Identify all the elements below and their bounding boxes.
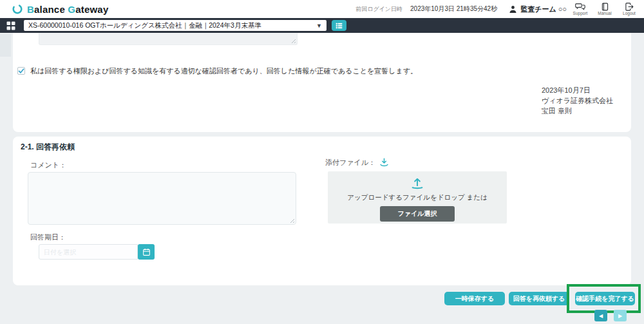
manual-button[interactable]: Manual — [594, 3, 616, 16]
file-dropzone[interactable]: アップロードするファイルをドロップ または ファイル選択 — [328, 171, 507, 224]
manual-book-icon — [601, 3, 609, 11]
attachment-label: 添付ファイル： — [325, 158, 375, 167]
manual-label: Manual — [598, 12, 611, 16]
attachment-label-row: 添付ファイル： — [325, 157, 390, 167]
left-gutter-strip — [0, 34, 11, 57]
annotation-highlight-box: 確認手続を完了する — [567, 284, 641, 313]
list-button[interactable] — [332, 20, 346, 31]
save-draft-button[interactable]: 一時保存する — [444, 292, 505, 305]
arrow-right-icon: ▶ — [618, 313, 622, 319]
next-page-button[interactable]: ▶ — [614, 310, 627, 321]
download-icon[interactable] — [379, 157, 390, 167]
apps-grid-icon[interactable] — [6, 21, 15, 30]
prev-page-button[interactable]: ◀ — [594, 310, 607, 321]
section-title: 2-1. 回答再依頼 — [21, 142, 75, 153]
checkmark-icon — [18, 68, 24, 74]
deadline-label: 回答期日： — [30, 233, 66, 242]
list-icon — [335, 22, 343, 30]
user-chip: 監査チーム ○○ — [509, 5, 567, 14]
user-name: 監査チーム ○○ — [520, 5, 567, 14]
rerequest-answer-button[interactable]: 回答を再依頼する — [509, 292, 569, 305]
page: Balance Gateway 前回ログイン日時 2023年10月3日 21時3… — [0, 0, 644, 324]
arrow-left-icon: ◀ — [599, 313, 603, 319]
engagement-selector[interactable]: XS-60000010-016 OGTホールディングス株式会社｜金融｜2024年… — [24, 20, 327, 31]
last-login-label: 前回ログイン日時 — [355, 5, 402, 14]
deadline-input[interactable] — [39, 244, 138, 260]
calendar-button[interactable] — [138, 244, 155, 260]
logout-button[interactable]: Logout — [618, 3, 640, 16]
logout-door-icon — [625, 3, 634, 11]
rerequest-card: 2-1. 回答再依頼 コメント： 回答期日： 添付ファイル： アップロードするフ… — [13, 137, 631, 285]
dropzone-text: アップロードするファイルをドロップ または — [347, 193, 488, 202]
upload-icon — [410, 176, 424, 190]
last-login-value: 2023年10月3日 21時35分42秒 — [410, 5, 497, 14]
complete-confirmation-button[interactable]: 確認手続を完了する — [575, 292, 635, 305]
support-chat-icon — [575, 3, 585, 11]
selector-bar: XS-60000010-016 OGTホールディングス株式会社｜金融｜2024年… — [0, 18, 644, 33]
file-select-button[interactable]: ファイル選択 — [380, 206, 455, 222]
resize-grip-icon[interactable] — [289, 217, 294, 223]
engagement-selector-value: XS-60000010-016 OGTホールディングス株式会社｜金融｜2024年… — [28, 21, 314, 30]
previous-answer-textarea[interactable] — [39, 33, 298, 45]
declaration-card: 私は回答する権限および回答する知識を有する適切な確認回答者であり、回答した情報が… — [13, 33, 631, 132]
comment-textarea[interactable] — [28, 172, 296, 225]
chevron-down-icon: ▼ — [316, 23, 322, 29]
signature-date: 2023年10月7日 — [542, 85, 613, 95]
support-button[interactable]: Support — [569, 3, 591, 16]
signature-company: ヴィオラ証券株式会社 — [542, 95, 613, 106]
resize-grip-icon[interactable] — [290, 37, 296, 43]
brand-title: Balance Gateway — [27, 4, 108, 15]
signature-block: 2023年10月7日 ヴィオラ証券株式会社 宝田 章則 — [542, 85, 613, 116]
signature-person: 宝田 章則 — [542, 106, 613, 116]
app-header: Balance Gateway 前回ログイン日時 2023年10月3日 21時3… — [0, 0, 644, 18]
declaration-checkbox[interactable] — [17, 67, 25, 75]
user-icon — [509, 5, 517, 14]
comment-label: コメント： — [30, 160, 66, 170]
header-right: 前回ログイン日時 2023年10月3日 21時35分42秒 監査チーム ○○ S… — [355, 0, 640, 18]
declaration-text: 私は回答する権限および回答する知識を有する適切な確認回答者であり、回答した情報が… — [30, 67, 417, 75]
calendar-icon — [142, 248, 151, 256]
brand: Balance Gateway — [12, 3, 108, 15]
declaration-row: 私は回答する権限および回答する知識を有する適切な確認回答者であり、回答した情報が… — [17, 67, 417, 75]
logout-label: Logout — [623, 12, 636, 16]
support-label: Support — [573, 12, 588, 16]
brand-logo-icon — [12, 3, 23, 15]
